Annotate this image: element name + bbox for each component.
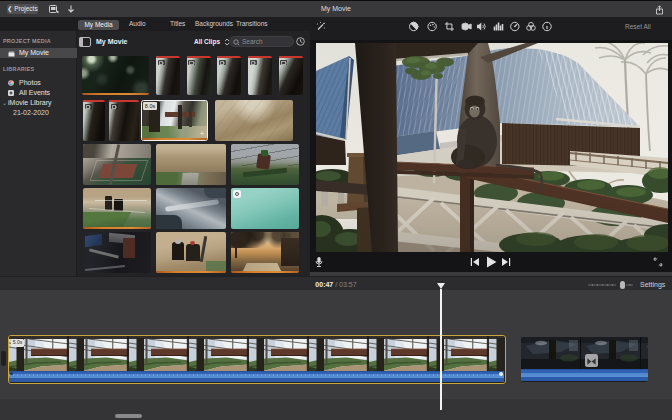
svg-text:Reset All: Reset All: [625, 23, 651, 30]
